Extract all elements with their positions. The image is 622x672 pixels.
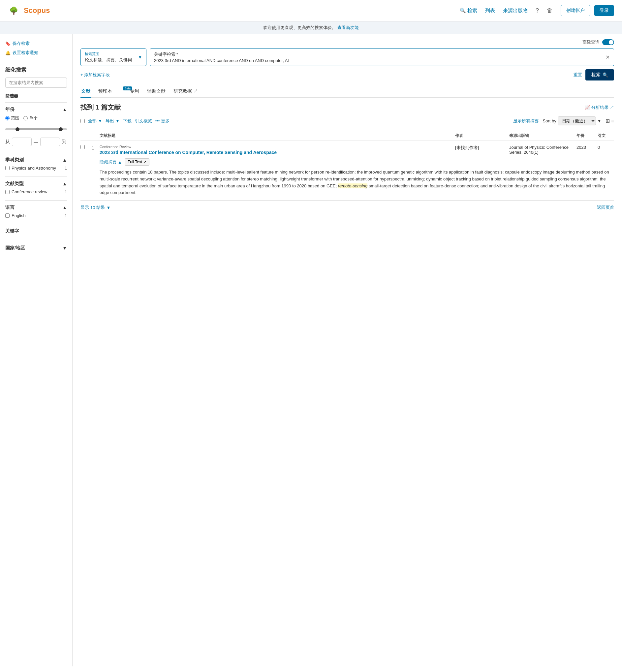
single-radio-label[interactable]: 单个 — [24, 115, 38, 121]
range-handle-right[interactable] — [59, 127, 63, 131]
subject-filter-header[interactable]: 学科类别 ▲ — [5, 157, 67, 163]
view-new-features-link[interactable]: 查看新功能 — [337, 25, 359, 30]
sort-select[interactable]: 日期（最近） — [558, 116, 596, 125]
grid-view-button[interactable]: ⊞ — [606, 118, 610, 124]
nav-list[interactable]: 列表 — [485, 8, 495, 14]
header-actions: 创建帐户 登录 — [561, 5, 614, 16]
search-in-results-input[interactable] — [5, 77, 67, 88]
single-radio-input[interactable] — [24, 116, 28, 121]
citation-overview-button[interactable]: 引文概览 — [135, 118, 152, 124]
pagination-row: 显示 10 结果 ▼ 返回页首 — [80, 201, 614, 214]
language-filter-header[interactable]: 语言 ▲ — [5, 205, 67, 210]
sidebar: 🔖 保存检索 🔔 设置检索通知 细化搜索 筛选器 年份 ▲ 范围 — [0, 34, 73, 666]
year-to-input[interactable] — [40, 138, 60, 146]
trash-button[interactable]: 🗑 — [547, 7, 553, 14]
tab-research-data[interactable]: 研究数据 ↗ — [173, 86, 199, 98]
clear-keyword-button[interactable]: ✕ — [606, 54, 610, 60]
result-1-title-link[interactable]: 2023 3rd International Conference on Com… — [100, 150, 277, 155]
refine-title: 细化搜索 — [5, 67, 67, 74]
view-toggle: ⊞ ≡ — [606, 118, 614, 124]
range-radio-input[interactable] — [5, 116, 9, 121]
range-radio-label[interactable]: 范围 — [5, 115, 20, 121]
header: 🌳 Scopus 🔍 检索 列表 来源出版物 ? 🗑 创建帐户 登录 — [0, 0, 622, 22]
country-filter-header[interactable]: 国家/地区 ▼ — [5, 245, 67, 251]
conference-review-count: 1 — [65, 190, 67, 194]
scopus-logo-icon: 🌳 — [8, 4, 21, 17]
result-tabs: 文献 预印本 Beta 专利 辅助文献 研究数据 ↗ — [80, 86, 614, 98]
doctype-filter-header[interactable]: 文献类型 ▲ — [5, 181, 67, 187]
analyze-results-link[interactable]: 📈 分析结果 ↗ — [585, 105, 614, 110]
english-count: 1 — [65, 213, 67, 218]
show-results-button[interactable]: 显示 10 结果 ▼ — [80, 205, 110, 210]
result-1-num: 1 — [92, 145, 98, 150]
search-button[interactable]: 检索 🔍 — [585, 69, 614, 80]
result-1-checkbox[interactable] — [80, 145, 85, 149]
toolbar-left: 全部 ▼ 导出 ▼ 下载 引文概览 ••• 更多 — [80, 118, 170, 124]
search-scope-dropdown[interactable]: 检索范围 论文标题、摘要、关键词 ▼ — [80, 48, 146, 66]
add-field-button[interactable]: + 添加检索字段 — [80, 72, 110, 78]
year-filter-section: 年份 ▲ 范围 单个 — [5, 102, 67, 153]
filter-item-conference-review: Conference review 1 — [5, 189, 67, 194]
english-checkbox[interactable] — [5, 213, 9, 218]
from-label: 从 — [5, 139, 10, 145]
select-all-checkbox[interactable] — [80, 119, 85, 123]
result-item-1: 1 Conference Review 2023 3rd Internation… — [80, 141, 614, 201]
col-title: 文献标题 — [100, 133, 454, 139]
select-all-button[interactable]: 全部 ▼ — [88, 118, 102, 124]
back-to-top-button[interactable]: 返回页首 — [597, 205, 614, 210]
physics-checkbox[interactable] — [5, 166, 9, 170]
logo-text: Scopus — [24, 6, 50, 15]
hide-abstract-button-1[interactable]: 隐藏摘要 ▲ — [100, 159, 122, 165]
doctype-filter-section: 文献类型 ▲ Conference review 1 — [5, 176, 67, 200]
result-1-type: Conference Review — [100, 145, 454, 149]
col-author: 作者 — [455, 133, 508, 139]
main-content: 高级查询 检索范围 论文标题、摘要、关键词 ▼ 关键字检索 * — [73, 34, 622, 666]
conference-review-checkbox[interactable] — [5, 190, 9, 194]
full-text-button-1[interactable]: Full Text ↗ — [125, 158, 149, 166]
nav-search[interactable]: 🔍 检索 — [460, 8, 477, 14]
scope-label-header: 检索范围 论文标题、摘要、关键词 — [85, 52, 132, 63]
year-from-input[interactable] — [12, 138, 32, 146]
logo-area: 🌳 Scopus — [8, 4, 50, 17]
year-filter-header[interactable]: 年份 ▲ — [5, 106, 67, 112]
result-1-year: 2023 — [577, 145, 596, 150]
save-search-link[interactable]: 🔖 保存检索 — [5, 41, 67, 46]
result-1-citations: 0 — [597, 145, 614, 150]
list-view-button[interactable]: ≡ — [611, 118, 614, 124]
nav-sources[interactable]: 来源出版物 — [503, 8, 528, 14]
search-actions-row: + 添加检索字段 重置 检索 🔍 — [80, 69, 614, 80]
scope-chevron-down-icon: ▼ — [138, 55, 142, 60]
range-fill — [18, 128, 61, 130]
result-1-title-area: Conference Review 2023 3rd International… — [100, 145, 454, 155]
login-button[interactable]: 登录 — [594, 5, 614, 16]
export-button[interactable]: 导出 ▼ — [106, 118, 120, 124]
filter-section-label: 筛选器 — [5, 93, 67, 99]
register-button[interactable]: 创建帐户 — [561, 5, 590, 16]
result-row-1: 1 Conference Review 2023 3rd Internation… — [80, 145, 614, 196]
advanced-toggle-switch[interactable] — [602, 39, 614, 45]
show-all-abstracts-button[interactable]: 显示所有摘要 — [513, 118, 539, 124]
tab-literature[interactable]: 文献 — [80, 86, 91, 98]
range-handle-left[interactable] — [15, 127, 20, 131]
country-filter-section: 国家/地区 ▼ — [5, 241, 67, 258]
year-range-slider[interactable] — [5, 124, 67, 134]
tab-secondary[interactable]: 辅助文献 — [146, 86, 166, 98]
main-nav: 🔍 检索 列表 来源出版物 ? 🗑 — [460, 7, 553, 14]
search-area: 高级查询 检索范围 论文标题、摘要、关键词 ▼ 关键字检索 * — [80, 39, 614, 80]
download-button[interactable]: 下载 — [123, 118, 132, 124]
search-action-group: 重置 检索 🔍 — [574, 69, 614, 80]
set-alert-link[interactable]: 🔔 设置检索通知 — [5, 50, 67, 56]
physics-label: Physics and Astronomy — [11, 166, 63, 171]
keyword-filter-header[interactable]: 关键字 — [5, 228, 67, 234]
reset-button[interactable]: 重置 — [574, 69, 582, 80]
main-container: 🔖 保存检索 🔔 设置检索通知 细化搜索 筛选器 年份 ▲ 范围 — [0, 34, 622, 666]
tab-patent[interactable]: 专利 — [129, 86, 140, 98]
to-label: 到 — [62, 139, 67, 145]
more-button[interactable]: ••• 更多 — [156, 118, 170, 124]
help-button[interactable]: ? — [535, 7, 539, 14]
tab-preprint[interactable]: 预印本 Beta — [98, 86, 123, 98]
table-headers: 文献标题 作者 来源出版物 年份 引文 — [80, 131, 614, 141]
subject-chevron-up-icon: ▲ — [62, 157, 67, 163]
subject-filter-section: 学科类别 ▲ Physics and Astronomy 1 — [5, 153, 67, 176]
external-link-icon: ↗ — [143, 160, 146, 164]
